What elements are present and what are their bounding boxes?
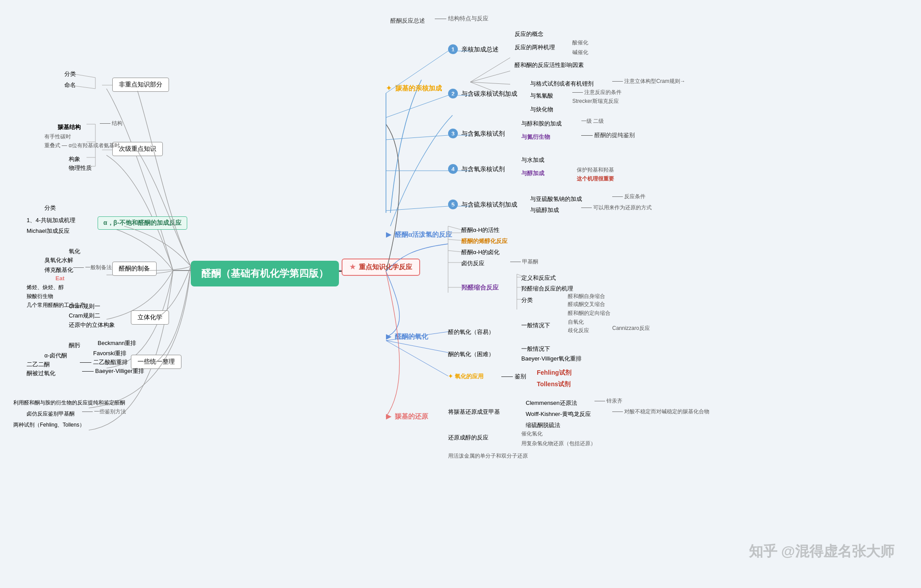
catalytic-hydrogenation: 催化氢化 — [521, 430, 543, 438]
ab-unsaturated: α，β-不饱和醛酮的加成反应 — [98, 216, 187, 230]
general-condition3: 一般情况下 — [521, 321, 550, 329]
mechanism-important: 这个机理很重要 — [577, 175, 614, 183]
alkynyl: 与炔化物 — [530, 106, 553, 114]
mind-map-canvas: 醛酮（基础有机化学第四版） ★ 重点知识化学反应 醛酮反应总述 —— 结构特点与… — [0, 0, 921, 588]
oxidation-reaction: 歧化反应 — [568, 327, 589, 334]
secondary-key-knowledge: 次级重点知识 — [112, 142, 163, 156]
reduction-label: 羰基的还原 — [395, 412, 428, 420]
overview-node: 醛酮反应总述 — [390, 17, 425, 25]
cross-condensation: 醛或酮交叉缩合 — [568, 301, 605, 308]
alpha-h-section: ▶ 醛酮α活泼氢的反应 — [386, 231, 452, 239]
watermark: 知乎 @混得虚名张大师 — [749, 542, 894, 561]
auto-oxidation: 自氧化 — [568, 318, 584, 326]
key-reactions-node: ★ 重点知识化学反应 — [342, 259, 420, 276]
protect-hydroxyl: 保护羟基和羟基 — [577, 166, 614, 174]
svg-line-38 — [517, 274, 521, 276]
nucleophilic-section: ✦ 羰基的亲核加成 — [386, 84, 442, 93]
svg-line-42 — [386, 341, 448, 353]
zinc-mercury: —— 锌汞齐 — [594, 397, 622, 405]
michael-addition: Michael加成反应 — [27, 227, 70, 235]
first-second: 一级 二级 — [581, 118, 604, 125]
reaction-conditions: —— 注意反应的条件 — [572, 89, 622, 96]
nucleophilic-label: 羰基的亲核加成 — [395, 84, 442, 92]
structure-sub: —— 结构 — [100, 120, 122, 127]
oxidation-section: ▶ 醛酮的氧化 — [386, 333, 428, 341]
circle1: 1 — [448, 44, 458, 54]
other-methods: —— 一些鉴别方法 — [82, 408, 126, 416]
nitrogen-derivatives: 与氮衍生物 — [521, 133, 550, 141]
cannizzaro: Cannizzaro反应 — [612, 325, 650, 332]
oxime: 酮肟 — [69, 341, 80, 349]
two-mechanisms: 反应的两种机理 — [515, 43, 555, 51]
active-metal-reduction: 用活泼金属的单分子和双分子还原 — [448, 452, 528, 460]
center-node: 醛酮（基础有机化学第四版） — [191, 261, 339, 286]
baeyer-villiger2: —— Baeyer-Villiger重排 — [82, 367, 144, 375]
distinguish: —— 鉴别 — [501, 372, 526, 380]
with-alcohol: 与醇和胺的加成 — [521, 120, 562, 128]
definition-equation: 定义和反应式 — [521, 274, 556, 282]
acid-unstable: —— 对酸不稳定而对碱稳定的羰基化合物 — [612, 408, 709, 416]
self-condensation: 醛和酮自身缩合 — [568, 293, 605, 300]
beckmann: Beckmann重排 — [98, 339, 136, 347]
wolff-kishner: Wolff-Kishner-黄鸣龙反应 — [526, 410, 591, 418]
svg-line-2 — [470, 58, 510, 82]
oxidation-label: 醛酮的氧化 — [395, 333, 428, 340]
keto-enol-taut: 醛酮的烯醇化反应 — [461, 237, 508, 245]
alpha-carbon: 重叠式 — α位有羟基或者氨基时 — [44, 142, 120, 149]
carbonyl-to-methylene: 将羰基还原成亚甲基 — [448, 408, 500, 416]
fehling-label: Fehling试剂 — [537, 369, 571, 377]
one-four-addition: 1、4-共轭加成机理 — [27, 216, 75, 224]
diketone: 二乙二酮 — [27, 361, 50, 368]
physical-properties: 物理性质 — [69, 164, 92, 172]
circle5: 5 — [448, 200, 458, 209]
cram-rule1: Cram规则一 — [69, 302, 100, 310]
naming: 命名 — [64, 81, 76, 89]
favorski: Favorski重排 — [93, 349, 126, 357]
haloform: 卤仿反应 — [461, 259, 484, 267]
structure-reaction: —— 结构特点与反应 — [435, 15, 488, 23]
circle3-node: 3 与含氮亲核试剂 — [448, 129, 505, 138]
circle4-node: 4 与含氧亲核试剂 — [448, 164, 505, 174]
conformation: 构象 — [69, 155, 80, 163]
acid-catalysis: 酸催化 — [572, 39, 588, 47]
reaction-condition2: —— 反应条件 — [612, 193, 645, 200]
alpha-substitution: α-卤代酮 — [44, 352, 67, 360]
alpha-h-halogenation: 醛酮α-H的卤化 — [461, 248, 500, 256]
classify: 分类 — [64, 70, 76, 78]
general-condition4: 一般情况下 — [521, 345, 550, 353]
aldol-mechanism: 羟醛缩合反应的机理 — [521, 285, 573, 293]
svg-line-28 — [386, 206, 448, 211]
classification-aldol: 分类 — [521, 296, 533, 304]
circle5-node: 5 与含硫亲核试剂加成 — [448, 200, 517, 209]
key-reactions-label: 重点知识化学反应 — [359, 263, 412, 270]
circle2-label: 与含碳亲核试剂加成 — [461, 90, 517, 97]
reduction-way: —— 可以用来作为还原的方式 — [581, 204, 652, 212]
classify-ab: 分类 — [44, 204, 56, 212]
aldol-condensation: 羟醛缩合反应 — [461, 284, 499, 292]
general-method: —— 一般制备法 — [73, 264, 112, 271]
ketone-oxidation-hard: 酮的氧化（困难） — [448, 350, 494, 358]
grignard: 与格式试剂或者有机锂剂 — [530, 80, 594, 88]
alkene-alkyne-alcohol: 烯烃、炔烃、醇 — [27, 284, 64, 291]
svg-line-43 — [386, 341, 448, 376]
cram-rule: —— 注意立体构型Cram规则→ — [612, 78, 685, 85]
complex-hydride: 用复杂氢化物还原（包括还原） — [521, 440, 596, 447]
friedel-crafts: 傅克酰基化 — [44, 266, 73, 274]
formaldehyde-product: —— 甲基酮 — [510, 258, 538, 266]
circle1-label: 亲核加成总述 — [461, 46, 499, 53]
alpha-h-label: 醛酮α活泼氢的反应 — [395, 231, 452, 238]
two-reagents: 两种试剂（Fehling、Tollens） — [13, 421, 85, 429]
directed-condensation: 醛和酮的定向缩合 — [568, 310, 610, 317]
watermark-text: 知乎 @混得虚名张大师 — [749, 543, 894, 559]
svg-line-26 — [386, 135, 448, 140]
carboxylic-derivatives: 羧酸衍生物 — [27, 293, 53, 300]
derivatives-identification: 利用醛和酮与胺的衍生物的反应提纯和鉴定醛酮 — [13, 399, 125, 407]
svg-line-25 — [386, 95, 448, 118]
reduce-to-alcohol: 还原成醇的反应 — [448, 434, 488, 442]
acetal-addition: 与醇加成 — [521, 169, 544, 177]
svg-line-33 — [448, 251, 461, 252]
stereochemistry-reduction: 还原中的立体构象 — [69, 321, 115, 329]
chirality: 有手性碳时 — [44, 133, 71, 141]
svg-line-4 — [470, 82, 510, 84]
identification: —— 醛酮的提纯鉴别 — [581, 131, 635, 139]
